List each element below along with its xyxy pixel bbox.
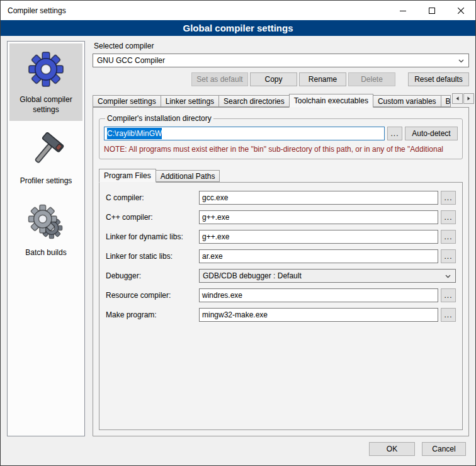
minimize-button[interactable] xyxy=(388,1,417,20)
debugger-row: Debugger: GDB/CDB debugger : Default xyxy=(106,269,456,283)
toolchain-executables-page: Compiler's installation directory C:\ray… xyxy=(93,107,469,436)
sidebar-item-label: Global compiler settings xyxy=(11,95,81,115)
linker-static-input[interactable]: ar.exe xyxy=(199,249,438,263)
dialog-content: Global compiler settings Profiler settin… xyxy=(1,36,475,439)
chevron-down-icon xyxy=(445,275,451,278)
c-compiler-label: C compiler: xyxy=(106,193,199,202)
tab-linker-settings[interactable]: Linker settings xyxy=(161,95,219,107)
debugger-value: GDB/CDB debugger : Default xyxy=(203,271,302,280)
installation-directory-input[interactable]: C:\raylib\MinGW xyxy=(104,127,385,140)
copy-button[interactable]: Copy xyxy=(250,72,297,86)
compiler-buttons-row: Set as default Copy Rename Delete Reset … xyxy=(93,72,469,86)
selected-compiler-label: Selected compiler xyxy=(94,42,469,50)
c-compiler-value: gcc.exe xyxy=(202,193,228,202)
linker-static-browse-button[interactable]: ... xyxy=(441,249,456,263)
make-program-label: Make program: xyxy=(106,310,199,319)
close-button[interactable] xyxy=(446,1,475,20)
hammer-tool-icon xyxy=(28,132,64,169)
linker-dynamic-label: Linker for dynamic libs: xyxy=(106,232,199,241)
tab-scroll-right-button[interactable] xyxy=(463,93,474,104)
blue-gear-icon xyxy=(28,51,64,88)
linker-static-label: Linker for static libs: xyxy=(106,252,199,261)
compiler-tabs: Compiler settings Linker settings Search… xyxy=(93,93,469,107)
make-program-input[interactable]: mingw32-make.exe xyxy=(199,308,438,322)
gray-gears-icon xyxy=(28,204,64,241)
bin-subdirectory-note: NOTE: All programs must exist either in … xyxy=(104,145,458,154)
c-compiler-input[interactable]: gcc.exe xyxy=(199,191,438,205)
installation-directory-browse-button[interactable]: ... xyxy=(387,127,402,140)
debugger-label: Debugger: xyxy=(106,271,199,280)
resource-compiler-value: windres.exe xyxy=(202,291,242,300)
installation-directory-group: Compiler's installation directory C:\ray… xyxy=(99,118,463,159)
rename-button[interactable]: Rename xyxy=(299,72,346,86)
tab-custom-variables[interactable]: Custom variables xyxy=(373,95,441,107)
linker-dynamic-input[interactable]: g++.exe xyxy=(199,230,438,244)
linker-dynamic-value: g++.exe xyxy=(202,232,229,241)
make-program-value: mingw32-make.exe xyxy=(202,310,268,319)
resource-compiler-browse-button[interactable]: ... xyxy=(441,288,456,302)
tab-scroll-controls xyxy=(450,93,474,104)
make-program-row: Make program: mingw32-make.exe ... xyxy=(106,308,456,322)
auto-detect-button[interactable]: Auto-detect xyxy=(405,127,458,140)
compiler-settings-dialog: Compiler settings Global compiler settin… xyxy=(0,0,476,466)
tab-program-files[interactable]: Program Files xyxy=(99,169,156,183)
cpp-compiler-browse-button[interactable]: ... xyxy=(441,210,456,224)
cpp-compiler-value: g++.exe xyxy=(202,213,229,222)
minimize-icon xyxy=(400,8,406,14)
cpp-compiler-input[interactable]: g++.exe xyxy=(199,210,438,224)
make-program-browse-button[interactable]: ... xyxy=(441,308,456,322)
linker-static-value: ar.exe xyxy=(202,252,223,261)
installation-directory-row: C:\raylib\MinGW ... Auto-detect xyxy=(104,127,458,140)
arrow-left-icon xyxy=(455,96,460,101)
linker-dynamic-row: Linker for dynamic libs: g++.exe ... xyxy=(106,230,456,244)
maximize-button[interactable] xyxy=(417,1,446,20)
close-icon xyxy=(458,8,464,14)
installation-directory-value: C:\raylib\MinGW xyxy=(107,128,162,139)
tab-build-options[interactable]: Buil xyxy=(441,95,451,107)
delete-button[interactable]: Delete xyxy=(348,72,395,86)
cancel-button[interactable]: Cancel xyxy=(422,442,466,456)
tab-search-directories[interactable]: Search directories xyxy=(218,95,290,107)
window-title: Compiler settings xyxy=(8,6,66,15)
sidebar-item-global-compiler-settings[interactable]: Global compiler settings xyxy=(9,43,82,121)
sidebar-item-profiler-settings[interactable]: Profiler settings xyxy=(9,125,82,193)
titlebar[interactable]: Compiler settings xyxy=(1,1,475,20)
debugger-select[interactable]: GDB/CDB debugger : Default xyxy=(199,269,456,283)
dialog-footer: OK Cancel xyxy=(1,439,475,465)
c-compiler-browse-button[interactable]: ... xyxy=(441,191,456,205)
set-as-default-button[interactable]: Set as default xyxy=(191,72,248,86)
reset-defaults-button[interactable]: Reset defaults xyxy=(408,72,469,86)
page-title: Global compiler settings xyxy=(1,20,475,36)
chevron-down-icon xyxy=(458,59,464,63)
tab-additional-paths[interactable]: Additional Paths xyxy=(156,170,220,182)
resource-compiler-label: Resource compiler: xyxy=(106,291,199,300)
sidebar-item-batch-builds[interactable]: Batch builds xyxy=(9,196,82,264)
sidebar-item-label: Batch builds xyxy=(25,248,66,258)
selected-compiler-dropdown[interactable]: GNU GCC Compiler xyxy=(93,54,469,67)
tab-toolchain-executables[interactable]: Toolchain executables xyxy=(289,94,373,108)
resource-compiler-input[interactable]: windres.exe xyxy=(199,288,438,302)
program-files-page: C compiler: gcc.exe ... C++ compiler: g+… xyxy=(99,182,463,430)
tab-compiler-settings[interactable]: Compiler settings xyxy=(93,95,161,107)
program-files-tabs: Program Files Additional Paths xyxy=(99,169,463,182)
arrow-right-icon xyxy=(467,96,471,101)
maximize-icon xyxy=(429,8,435,14)
sidebar-item-label: Profiler settings xyxy=(20,176,72,186)
ok-button[interactable]: OK xyxy=(369,442,415,456)
settings-category-list: Global compiler settings Profiler settin… xyxy=(7,41,85,436)
tab-scroll-left-button[interactable] xyxy=(452,93,463,104)
linker-static-row: Linker for static libs: ar.exe ... xyxy=(106,249,456,263)
resource-compiler-row: Resource compiler: windres.exe ... xyxy=(106,288,456,302)
cpp-compiler-label: C++ compiler: xyxy=(106,213,199,222)
cpp-compiler-row: C++ compiler: g++.exe ... xyxy=(106,210,456,224)
linker-dynamic-browse-button[interactable]: ... xyxy=(441,230,456,244)
window-controls xyxy=(388,1,475,20)
c-compiler-row: C compiler: gcc.exe ... xyxy=(106,191,456,205)
main-panel: Selected compiler GNU GCC Compiler Set a… xyxy=(93,41,469,436)
selected-compiler-value: GNU GCC Compiler xyxy=(97,56,165,65)
group-title: Compiler's installation directory xyxy=(105,114,213,123)
